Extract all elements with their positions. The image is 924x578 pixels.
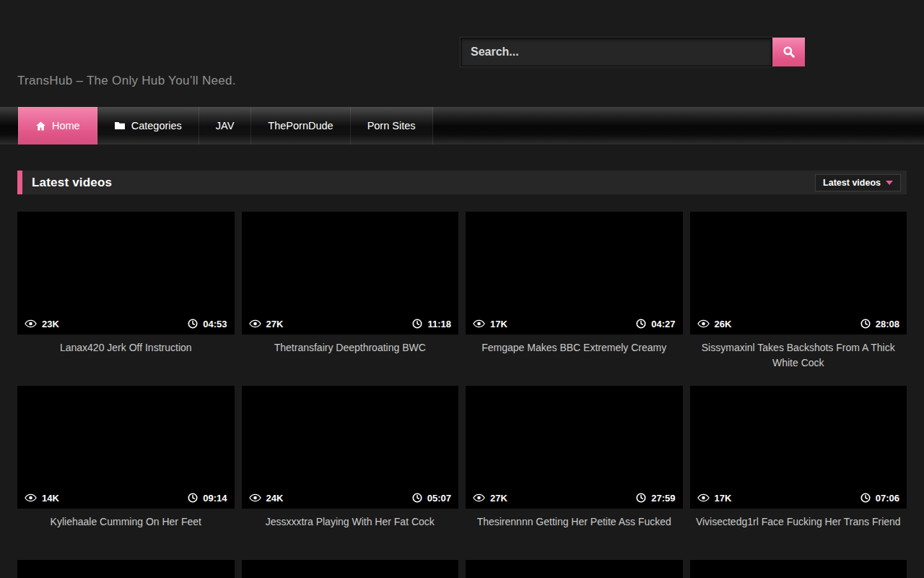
video-title: Sissymaxinl Takes Backshots From A Thick… <box>690 335 907 371</box>
main-content: Latest videos Latest videos 23K <box>0 171 924 578</box>
clock-icon <box>636 319 646 329</box>
video-views-count: 27K <box>266 319 284 329</box>
video-card[interactable]: 27K 27:59 Thesirennnn Getting Her Petite… <box>466 386 683 560</box>
eye-icon <box>473 493 485 502</box>
video-meta-bar: 14K 09:14 <box>17 487 235 509</box>
video-views: 17K <box>473 319 507 329</box>
search-input[interactable] <box>461 38 772 66</box>
video-title: Femgape Makes BBC Extremely Creamy <box>466 335 683 355</box>
video-thumbnail[interactable] <box>17 560 235 578</box>
video-meta-bar: 17K 04:27 <box>466 313 683 335</box>
eye-icon <box>697 493 710 502</box>
clock-icon <box>188 319 198 329</box>
video-thumbnail[interactable]: 23K 04:53 <box>17 212 235 335</box>
video-thumbnail[interactable]: 17K 07:06 <box>690 386 907 509</box>
video-duration: 07:06 <box>860 493 899 504</box>
video-views-count: 27K <box>490 493 507 504</box>
video-views: 26K <box>697 319 732 329</box>
video-duration: 28:08 <box>860 319 899 329</box>
section-title: Latest videos <box>32 176 112 190</box>
video-thumbnail[interactable]: 14K 09:14 <box>17 386 235 509</box>
site-tagline: TransHub – The Only Hub You’ll Need. <box>17 74 236 88</box>
home-icon <box>35 121 46 131</box>
video-duration-value: 05:07 <box>427 493 451 504</box>
nav-item-jav[interactable]: JAV <box>199 107 252 144</box>
video-title: Jessxxxtra Playing With Her Fat Cock <box>242 509 459 530</box>
video-thumbnail[interactable]: 24K 05:07 <box>242 386 459 509</box>
video-thumbnail[interactable] <box>690 560 907 578</box>
video-thumbnail[interactable] <box>242 560 459 578</box>
video-duration-value: 11:18 <box>427 319 451 329</box>
video-thumbnail[interactable]: 27K 11:18 <box>242 212 459 335</box>
video-duration: 04:27 <box>636 319 675 329</box>
video-duration: 04:53 <box>188 319 227 329</box>
video-card-partial[interactable] <box>466 560 683 578</box>
clock-icon <box>412 319 422 329</box>
nav-item-label: ThePornDude <box>268 120 333 131</box>
video-views-count: 23K <box>42 319 59 329</box>
video-duration-value: 04:53 <box>203 319 227 329</box>
video-card[interactable]: 23K 04:53 Lanax420 Jerk Off Instruction <box>17 212 235 386</box>
video-duration: 11:18 <box>412 319 451 329</box>
video-views-count: 26K <box>715 319 732 329</box>
nav-item-label: Porn Sites <box>367 120 416 131</box>
search-form <box>461 38 805 66</box>
video-meta-bar: 24K 05:07 <box>242 487 459 509</box>
video-views-count: 17K <box>715 493 732 504</box>
nav-item-porn-sites[interactable]: Porn Sites <box>351 107 433 144</box>
video-duration-value: 07:06 <box>876 493 899 504</box>
page-header: TransHub – The Only Hub You’ll Need. <box>0 0 924 107</box>
video-title: Kyliehaale Cumming On Her Feet <box>17 509 235 530</box>
eye-icon <box>473 319 485 328</box>
video-thumbnail[interactable]: 17K 04:27 <box>466 212 683 335</box>
video-card[interactable]: 17K 04:27 Femgape Makes BBC Extremely Cr… <box>466 212 683 386</box>
video-duration-value: 28:08 <box>876 319 899 329</box>
video-card[interactable]: 17K 07:06 Vivisectedg1rl Face Fucking He… <box>690 386 907 560</box>
sort-dropdown[interactable]: Latest videos <box>815 174 901 191</box>
eye-icon <box>697 319 710 328</box>
video-grid: 23K 04:53 Lanax420 Jerk Off Instruction <box>17 212 907 578</box>
video-meta-bar: 27K 27:59 <box>466 487 683 509</box>
video-views: 24K <box>249 493 284 504</box>
video-title: Lanax420 Jerk Off Instruction <box>17 335 235 355</box>
section-header: Latest videos Latest videos <box>17 171 907 194</box>
video-thumbnail[interactable]: 27K 27:59 <box>466 386 683 509</box>
video-card[interactable]: 27K 11:18 Thetransfairy Deepthroating BW… <box>242 212 459 386</box>
video-views-count: 17K <box>490 319 507 329</box>
video-card-partial[interactable] <box>17 560 235 578</box>
video-card-partial[interactable] <box>690 560 907 578</box>
search-button[interactable] <box>772 38 805 66</box>
nav-item-home[interactable]: Home <box>18 107 97 144</box>
nav-item-categories[interactable]: Categories <box>97 107 199 144</box>
video-title: Thetransfairy Deepthroating BWC <box>242 335 459 355</box>
main-navigation: Home Categories JAV ThePornDude Porn Sit… <box>0 107 924 144</box>
nav-item-theporndude[interactable]: ThePornDude <box>251 107 350 144</box>
video-views: 23K <box>25 319 59 329</box>
video-duration: 27:59 <box>636 493 675 504</box>
video-card-partial[interactable] <box>242 560 459 578</box>
video-views: 27K <box>473 493 507 504</box>
video-card[interactable]: 14K 09:14 Kyliehaale Cumming On Her Feet <box>17 386 235 560</box>
video-title: Thesirennnn Getting Her Petite Ass Fucke… <box>466 509 683 530</box>
video-duration-value: 27:59 <box>651 493 675 504</box>
video-meta-bar: 27K 11:18 <box>242 313 459 335</box>
nav-item-label: Home <box>52 120 80 131</box>
eye-icon <box>249 493 261 502</box>
video-views-count: 14K <box>42 493 59 504</box>
video-views-count: 24K <box>266 493 284 504</box>
nav-item-label: Categories <box>131 120 182 131</box>
video-views: 17K <box>697 493 732 504</box>
video-card[interactable]: 26K 28:08 Sissymaxinl Takes Backshots Fr… <box>690 212 907 386</box>
video-views: 14K <box>25 493 59 504</box>
video-duration: 09:14 <box>188 493 227 504</box>
folder-icon <box>114 121 126 131</box>
video-thumbnail[interactable]: 26K 28:08 <box>690 212 907 335</box>
video-duration-value: 04:27 <box>651 319 675 329</box>
clock-icon <box>860 493 871 503</box>
video-meta-bar: 17K 07:06 <box>690 487 907 509</box>
video-thumbnail[interactable] <box>466 560 683 578</box>
video-meta-bar: 23K 04:53 <box>17 313 235 335</box>
nav-item-label: JAV <box>216 120 235 131</box>
video-duration: 05:07 <box>412 493 451 504</box>
video-card[interactable]: 24K 05:07 Jessxxxtra Playing With Her Fa… <box>242 386 459 560</box>
